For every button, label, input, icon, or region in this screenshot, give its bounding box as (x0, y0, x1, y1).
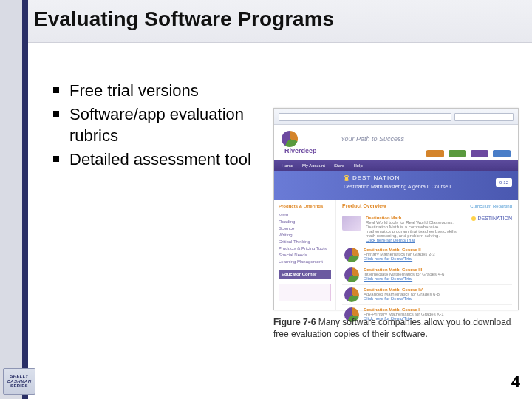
sidebar-item: Science (279, 225, 331, 232)
browser-chrome (274, 109, 518, 125)
nav-item: My Account (302, 163, 325, 168)
figure-number: Figure 7-6 (273, 317, 316, 327)
slide-title: Evaluating Software Programs (34, 7, 334, 31)
nav-item: Store (334, 163, 344, 168)
sidebar-item: Products & Pricing Tools (279, 245, 331, 252)
page-header: Riverdeep Your Path to Success (274, 125, 518, 160)
left-rail (0, 0, 34, 399)
item-thumb (342, 216, 361, 231)
site-logo: Riverdeep (282, 131, 326, 153)
left-rail-light (0, 0, 22, 399)
brand-name: Riverdeep (284, 147, 317, 154)
promo-brand-text: DESTINATION (352, 174, 400, 181)
item-thumb-swirl-icon (344, 248, 359, 262)
logo-swirl-icon (282, 131, 298, 147)
item-link: Click here for Demo/Trial (364, 296, 512, 301)
sidebar-item: Learning Management (279, 259, 331, 265)
item-text: Destination Math: Course III Intermediat… (364, 267, 512, 282)
list-item: Destination Math: Course II Primary Math… (342, 245, 512, 265)
figure-caption: Figure 7-6 Many software companies allow… (273, 316, 519, 340)
bullet-item: Software/app evaluation rubrics (53, 103, 260, 147)
sidebar: Products & Offerings Math Reading Scienc… (274, 200, 336, 310)
sidebar-item: Reading (279, 219, 331, 225)
top-icon (426, 150, 444, 157)
embedded-screenshot: Riverdeep Your Path to Success Home My A… (273, 108, 519, 310)
sidebar-item: Special Needs (279, 252, 331, 259)
item-desc: Real World tools for Real World Classroo… (366, 220, 460, 238)
address-bar (279, 113, 451, 121)
series-line: SHELLY (10, 374, 28, 379)
content-area: Product Overview Curriculum Reporting De… (336, 200, 518, 310)
grade-badge: 9-12 (496, 178, 512, 187)
sidebar-educator-header: Educator Corner (279, 270, 331, 279)
left-rail-dark (22, 0, 28, 399)
slide: Evaluating Software Programs Free trial … (0, 0, 532, 399)
top-icon (471, 150, 488, 157)
item-link: Click here for Demo/Trial (364, 276, 512, 281)
sidebar-item: Writing (279, 232, 331, 239)
list-item: Destination Math Real World tools for Re… (342, 214, 512, 245)
item-text: Destination Math Real World tools for Re… (366, 216, 460, 242)
item-text: Destination Math: Course II Primary Math… (364, 248, 512, 262)
promo-banner: DESTINATION Destination Math Mastering A… (274, 171, 518, 200)
item-text: Destination Math: Course IV Advanced Mat… (364, 287, 512, 302)
series-line: SERIES (10, 383, 28, 389)
series-line: CASHMAN (7, 379, 32, 384)
list-item: Destination Math: Course III Intermediat… (342, 265, 512, 285)
top-icon (493, 150, 511, 157)
sidebar-promo-box (279, 284, 331, 301)
sun-icon (344, 175, 349, 181)
item-thumb-swirl-icon (344, 267, 359, 282)
content-header-row: Product Overview Curriculum Reporting (342, 203, 512, 211)
list-item: Destination Math: Course IV Advanced Mat… (342, 285, 512, 305)
promo-subline: Destination Math Mastering Algebra I: Co… (344, 184, 451, 189)
bullet-item: Free trial versions (53, 80, 260, 102)
item-badge: DESTINATION (465, 216, 512, 242)
nav-item: Home (282, 163, 293, 168)
sun-icon (471, 216, 476, 221)
nav-bar: Home My Account Store Help (274, 160, 518, 171)
sidebar-item: Critical Thinking (279, 239, 331, 245)
top-icon-row (426, 150, 511, 157)
page-body: Products & Offerings Math Reading Scienc… (274, 200, 518, 310)
series-badge: SHELLY CASHMAN SERIES (3, 368, 35, 395)
item-badge-text: DESTINATION (477, 216, 512, 221)
bullet-item: Detailed assessment tool (53, 149, 260, 171)
tab-title-box (454, 113, 514, 121)
top-icon (449, 150, 466, 157)
content-header: Product Overview (342, 203, 386, 208)
bullet-list: Free trial versions Software/app evaluat… (53, 80, 260, 172)
sidebar-header: Products & Offerings (279, 203, 331, 210)
item-thumb-swirl-icon (344, 287, 359, 302)
item-link: Click here for Demo/Trial (364, 256, 512, 261)
content-header-links: Curriculum Reporting (470, 204, 512, 208)
promo-brand: DESTINATION (344, 174, 400, 181)
sidebar-item: Math (279, 212, 331, 219)
nav-item: Help (353, 163, 362, 168)
page-number: 4 (511, 372, 520, 392)
tagline: Your Path to Success (341, 135, 404, 143)
item-link: Click here for Demo/Trial (366, 238, 460, 242)
